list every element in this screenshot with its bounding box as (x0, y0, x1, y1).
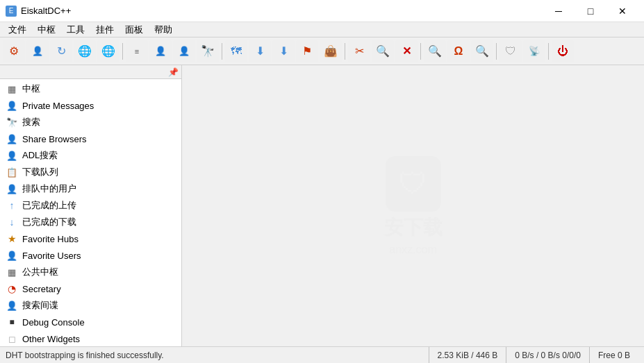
toolbar-sep-6 (548, 43, 549, 60)
waiting-users-icon: 👤 (6, 183, 18, 195)
main-content: 📌 ▦ 中枢 👤 Private Messages 🔭 搜索 👤 Share B… (0, 65, 644, 346)
transfer-stat: 2.53 KiB / 446 B (429, 347, 506, 363)
minimize-button[interactable]: ─ (543, 0, 575, 22)
menu-bar: 文件 中枢 工具 挂件 面板 帮助 (0, 22, 644, 37)
status-message: DHT bootstrapping is finished successful… (6, 351, 429, 360)
sidebar-header: 📌 (0, 65, 181, 79)
secretary-label: Secretary (22, 284, 61, 294)
toolbar-sep-4 (420, 43, 421, 60)
favorite-users-label: Favorite Users (22, 251, 81, 261)
toolbar-sep-5 (496, 43, 497, 60)
public-hubs-item[interactable]: ▦ 公共中枢 (0, 264, 181, 280)
title-bar-left: E EiskaltDC++ (6, 6, 71, 17)
menu-file[interactable]: 文件 (3, 22, 32, 37)
binocular-button[interactable]: 🔭 (197, 40, 219, 62)
menu-panel[interactable]: 面板 (119, 22, 149, 37)
menu-tools[interactable]: 工具 (61, 22, 90, 37)
finished-downloads-icon: ↓ (6, 216, 18, 228)
queue-label: 下载队列 (22, 166, 58, 178)
public-hubs-icon: ▦ (6, 266, 18, 278)
close-button[interactable]: ✕ (606, 0, 638, 22)
menu-hub[interactable]: 中枢 (32, 22, 61, 37)
other-widgets-label: Other Widgets (22, 334, 80, 344)
title-bar: E EiskaltDC++ ─ □ ✕ (0, 0, 644, 22)
bag-button[interactable]: 👜 (320, 40, 342, 62)
app-icon: E (6, 6, 17, 17)
debug-console-label: Debug Console (22, 317, 85, 328)
sidebar-pin-button[interactable]: 📌 (168, 67, 179, 77)
private-messages-label: Private Messages (22, 101, 94, 111)
search-button[interactable]: 🔍 (372, 40, 394, 62)
antenna-button[interactable]: 📡 (523, 40, 545, 62)
other-widgets-icon: ◻ (6, 332, 18, 345)
maximize-button[interactable]: □ (575, 0, 606, 22)
download-button[interactable]: ⬇ (249, 40, 271, 62)
adl-search-label: ADL搜索 (22, 149, 58, 162)
toolbar-sep-3 (345, 43, 345, 60)
spy-search-label: 搜索间谍 (22, 299, 58, 312)
favorite-users-item[interactable]: 👤 Favorite Users (0, 247, 181, 264)
watermark-subtext: anxz.com (389, 244, 436, 256)
favorite-hubs-item[interactable]: ★ Favorite Hubs (0, 230, 181, 247)
shield-button[interactable]: 🛡 (499, 40, 522, 62)
content-area: 🛡 安下载 anxz.com (182, 65, 644, 346)
finished-downloads-label: 已完成的下载 (22, 216, 76, 228)
secretary-item[interactable]: ◔ Secretary (0, 280, 181, 297)
debug-console-icon: ■ (6, 316, 18, 328)
power-button[interactable]: ⏻ (552, 40, 574, 62)
search-sidebar-icon: 🔭 (6, 116, 18, 128)
menu-plugins[interactable]: 挂件 (90, 22, 119, 37)
map-button[interactable]: 🗺 (225, 40, 247, 62)
download2-button[interactable]: ⬇ (272, 40, 295, 62)
spy-search-icon: 👤 (6, 299, 18, 312)
finished-uploads-item[interactable]: ↑ 已完成的上传 (0, 197, 181, 214)
user-button[interactable]: 👤 (149, 40, 172, 62)
spy-search-item[interactable]: 👤 搜索间谍 (0, 297, 181, 314)
queue-icon: 📋 (6, 166, 18, 178)
sidebar: 📌 ▦ 中枢 👤 Private Messages 🔭 搜索 👤 Share B… (0, 65, 182, 346)
refresh-button[interactable]: ↻ (50, 40, 72, 62)
public-hubs-label: 公共中枢 (22, 266, 58, 278)
zoom-button[interactable]: 🔍 (424, 40, 446, 62)
free-stat: Free 0 B (589, 347, 638, 363)
search-item[interactable]: 🔭 搜索 (0, 114, 181, 130)
waiting-users-item[interactable]: 👤 排队中的用户 (0, 180, 181, 197)
adl-search-icon: 👤 (6, 149, 18, 162)
adl-search-item[interactable]: 👤 ADL搜索 (0, 147, 181, 164)
menu-button[interactable]: ≡ (126, 40, 148, 62)
watermark-text: 安下载 (384, 214, 443, 241)
omega-button[interactable]: Ω (447, 40, 470, 62)
toolbar: ⚙ 👤 ↻ 🌐 🌐 ≡ 👤 👤 🔭 🗺 ⬇ ⬇ ⚑ 👜 ✂ 🔍 ✕ 🔍 Ω 🔍 … (0, 37, 644, 65)
connect-button[interactable]: 👤 (26, 40, 49, 62)
finished-uploads-icon: ↑ (6, 199, 18, 212)
person-button[interactable]: 👤 (173, 40, 195, 62)
menu-help[interactable]: 帮助 (149, 22, 178, 37)
globe2-button[interactable]: 🌐 (97, 40, 119, 62)
settings-button[interactable]: ⚙ (3, 40, 25, 62)
watermark: 🛡 安下载 anxz.com (384, 156, 443, 256)
finished-downloads-item[interactable]: ↓ 已完成的下载 (0, 214, 181, 230)
favorite-hubs-icon: ★ (6, 233, 18, 245)
flag-button[interactable]: ⚑ (296, 40, 318, 62)
other-widgets-item[interactable]: ◻ Other Widgets (0, 330, 181, 346)
waiting-users-label: 排队中的用户 (22, 183, 76, 195)
title-controls: ─ □ ✕ (543, 0, 638, 22)
hub-item[interactable]: ▦ 中枢 (0, 81, 181, 97)
secretary-icon: ◔ (6, 282, 18, 295)
favorite-hubs-label: Favorite Hubs (22, 234, 79, 244)
queue-item[interactable]: 📋 下载队列 (0, 164, 181, 180)
search2-button[interactable]: 🔍 (471, 40, 493, 62)
finished-uploads-label: 已完成的上传 (22, 199, 76, 212)
globe-button[interactable]: 🌐 (74, 40, 96, 62)
share-browsers-item[interactable]: 👤 Share Browsers (0, 130, 181, 147)
cut-button[interactable]: ✂ (348, 40, 370, 62)
status-bar: DHT bootstrapping is finished successful… (0, 346, 644, 363)
share-browsers-label: Share Browsers (22, 134, 86, 144)
debug-console-item[interactable]: ■ Debug Console (0, 314, 181, 330)
favorite-users-icon: 👤 (6, 249, 18, 262)
hub-label: 中枢 (22, 83, 40, 95)
app-title: EiskaltDC++ (21, 6, 71, 16)
close-red-button[interactable]: ✕ (395, 40, 418, 62)
search-label: 搜索 (22, 116, 40, 128)
private-messages-item[interactable]: 👤 Private Messages (0, 97, 181, 114)
